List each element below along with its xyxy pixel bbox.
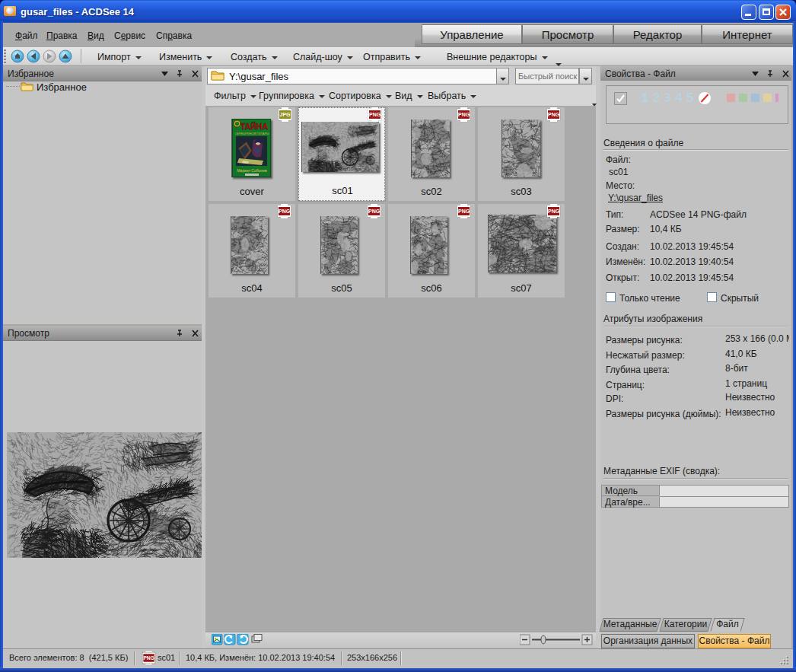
svg-text:ТАЙНА: ТАЙНА bbox=[240, 122, 268, 131]
svg-text:СЕРЕБРЯНОЙ ГИТАРЫ: СЕРЕБРЯНОЙ ГИТАРЫ bbox=[234, 132, 269, 135]
svg-text:Маркел Соболев: Маркел Соболев bbox=[237, 168, 267, 173]
